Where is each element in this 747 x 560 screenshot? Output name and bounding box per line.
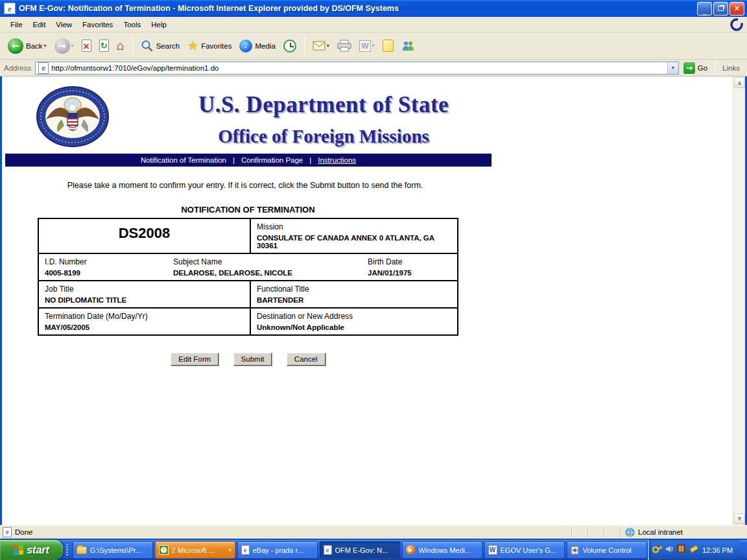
- address-dropdown-icon[interactable]: ▾: [667, 62, 678, 74]
- search-icon: [141, 40, 154, 52]
- note-icon: [383, 40, 394, 52]
- forward-dropdown-icon: ▾: [71, 43, 74, 49]
- back-dropdown-icon[interactable]: ▾: [44, 43, 47, 49]
- svg-text:×: ×: [658, 544, 661, 550]
- volume-icon: [571, 546, 580, 555]
- back-icon: ←: [8, 38, 23, 54]
- taskbar-item-microsoft-group[interactable]: 2 Microsoft ... ▾: [155, 541, 235, 559]
- mail-icon: [313, 41, 326, 51]
- close-button[interactable]: ×: [729, 2, 744, 16]
- print-icon: [337, 40, 351, 52]
- table-row: DS2008 Mission CONSULATE OF CANADA ANNEX…: [39, 219, 457, 253]
- edit-with-word-button[interactable]: W ▾: [355, 38, 379, 54]
- restore-button[interactable]: [713, 2, 728, 16]
- page-navigation-band: Notification of Termination | Confirmati…: [5, 154, 492, 167]
- security-zone-text: Local intranet: [638, 528, 683, 536]
- print-button[interactable]: [333, 37, 355, 54]
- table-row: Job Title NO DIPLOMATIC TITLE Functional…: [39, 280, 457, 307]
- taskbar-item-egov-users-guide[interactable]: W EGOV User's G...: [484, 541, 565, 559]
- table-row: Termination Date (Mo/Day/Yr) MAY/05/2005…: [39, 307, 457, 334]
- address-input[interactable]: [51, 63, 667, 73]
- go-button[interactable]: → Go: [682, 61, 711, 75]
- cancel-button[interactable]: Cancel: [287, 353, 326, 366]
- start-button[interactable]: start: [0, 540, 63, 560]
- smartcard-icon[interactable]: [676, 544, 686, 556]
- menu-bar: File Edit View Favorites Tools Help: [0, 17, 747, 32]
- search-button[interactable]: Search: [137, 37, 184, 55]
- job-title-cell: Job Title NO DIPLOMATIC TITLE: [39, 281, 250, 307]
- taskbar-item-windows-media[interactable]: ▶ Windows Medi...: [402, 541, 482, 559]
- page-favicon: e: [38, 62, 49, 74]
- refresh-icon: ↻: [99, 40, 109, 52]
- menu-help[interactable]: Help: [146, 19, 172, 30]
- internet-explorer-icon: e: [324, 545, 332, 555]
- taskbar-item-ofm-egov[interactable]: e OFM E-Gov: N...: [320, 541, 400, 559]
- nav-instructions-link[interactable]: Instructions: [318, 156, 356, 164]
- internet-explorer-icon: e: [241, 545, 250, 555]
- form-actions: Edit Form Submit Cancel: [38, 353, 458, 366]
- termination-date-cell: Termination Date (Mo/Day/Yr) MAY/05/2005: [39, 309, 250, 334]
- stop-button[interactable]: ×: [78, 37, 95, 54]
- pen-tablet-icon[interactable]: [688, 544, 698, 556]
- minimize-button[interactable]: _: [697, 2, 712, 16]
- form-number: DS2008: [39, 219, 250, 253]
- history-button[interactable]: [279, 37, 300, 55]
- menu-file[interactable]: File: [5, 19, 28, 30]
- agency-title: U.S. Department of State: [129, 92, 518, 118]
- functional-title-cell: Functional Title BARTENDER: [250, 281, 457, 307]
- back-button[interactable]: ← Back ▾: [4, 36, 51, 56]
- scroll-down-button[interactable]: ▼: [734, 513, 745, 524]
- group-dropdown-icon[interactable]: ▾: [228, 547, 231, 553]
- mission-cell: Mission CONSULATE OF CANADA ANNEX 0 ATLA…: [250, 219, 457, 253]
- menu-view[interactable]: View: [51, 19, 77, 30]
- favorites-button[interactable]: ★ Favorites: [184, 37, 235, 54]
- menu-favorites[interactable]: Favorites: [77, 19, 118, 30]
- vertical-scrollbar[interactable]: ▲ ▼: [733, 76, 745, 525]
- refresh-button[interactable]: ↻: [95, 37, 113, 54]
- discuss-button[interactable]: [379, 37, 397, 54]
- ie-page-icon: e: [4, 3, 16, 14]
- mission-label: Mission: [257, 222, 451, 231]
- menu-tools[interactable]: Tools: [118, 19, 146, 30]
- messenger-icon: [401, 40, 414, 52]
- folder-icon: [77, 546, 87, 554]
- destination-cell: Destination or New Address Unknown/Not A…: [250, 309, 457, 334]
- form-title: NOTIFICATION OF TERMINATION: [38, 205, 458, 215]
- nav-confirmation-page[interactable]: Confirmation Page: [241, 156, 303, 164]
- menu-edit[interactable]: Edit: [28, 19, 51, 30]
- media-button[interactable]: ♪ Media: [235, 37, 279, 55]
- nav-notification-of-termination[interactable]: Notification of Termination: [141, 156, 226, 164]
- office-title: Office of Foreign Missions: [129, 126, 518, 147]
- termination-form-table: DS2008 Mission CONSULATE OF CANADA ANNEX…: [38, 218, 458, 336]
- address-field: e ▾: [35, 62, 679, 75]
- clock[interactable]: 12:36 PM: [702, 546, 733, 554]
- word-document-icon: W: [488, 545, 497, 555]
- department-of-state-seal: [36, 86, 110, 148]
- page-header: U.S. Department of State Office of Forei…: [2, 76, 733, 148]
- tray-volume-icon[interactable]: [665, 544, 674, 556]
- intranet-zone-icon: [625, 528, 635, 537]
- subject-name-cell: Subject Name DELAROSE, DELAROSE, NICOLE: [173, 257, 368, 277]
- go-arrow-icon: →: [683, 62, 695, 74]
- taskbar: start G:\Systems\Pr... 2 Microsoft ... ▾…: [0, 540, 747, 560]
- taskbar-item-volume-control[interactable]: Volume Control: [567, 541, 647, 559]
- edit-form-button[interactable]: Edit Form: [171, 353, 219, 366]
- ie-brand-logo: [729, 18, 744, 31]
- links-toolbar-label[interactable]: Links: [717, 64, 745, 72]
- media-icon: ♪: [239, 40, 252, 52]
- forward-button[interactable]: → ▾: [51, 36, 78, 56]
- messenger-button[interactable]: [397, 38, 418, 54]
- home-button[interactable]: ⌂: [113, 37, 128, 54]
- submit-button[interactable]: Submit: [233, 353, 272, 366]
- mail-button[interactable]: ▾: [309, 38, 333, 53]
- key-security-icon[interactable]: ×: [652, 544, 663, 556]
- mail-dropdown-icon[interactable]: ▾: [327, 43, 329, 49]
- title-bar: e OFM E-Gov: Notification of Termination…: [0, 0, 747, 17]
- history-icon: [283, 40, 296, 52]
- forward-icon: →: [54, 38, 70, 54]
- scroll-up-button[interactable]: ▲: [734, 77, 745, 88]
- windows-flag-icon: [14, 544, 23, 555]
- taskbar-item-explorer[interactable]: G:\Systems\Pr...: [73, 541, 153, 559]
- taskbar-item-ebay[interactable]: e eBay - prada r...: [237, 541, 318, 559]
- quick-launch-handle[interactable]: [63, 540, 71, 560]
